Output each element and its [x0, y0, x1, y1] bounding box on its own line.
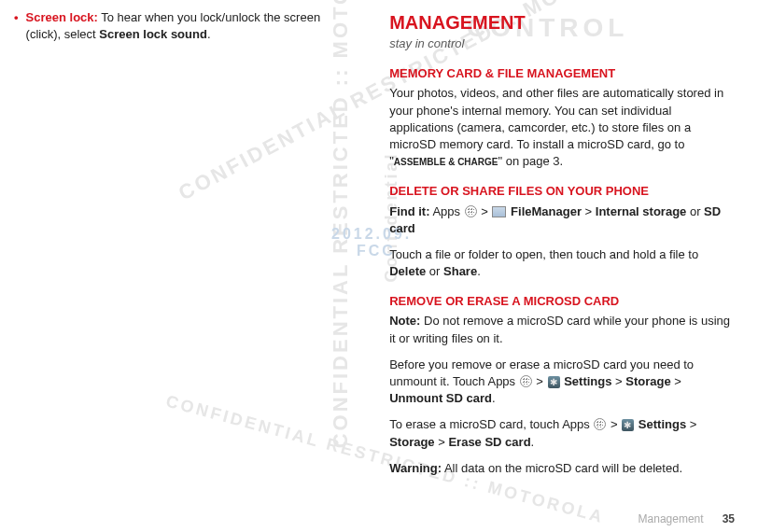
delete-label: Delete	[389, 264, 426, 278]
bullet: •	[14, 9, 19, 26]
left-column: • Screen lock: To hear when you lock/unl…	[14, 9, 352, 486]
settings-label: Settings	[561, 374, 612, 388]
management-heading: Management	[389, 9, 735, 35]
file-manager-icon	[492, 206, 506, 217]
settings-label: Settings	[635, 417, 686, 431]
touch-para: Touch a file or folder to open, then tou…	[389, 246, 735, 280]
memory-card-para: Your photos, videos, and other files are…	[389, 85, 735, 170]
note-label: Note:	[389, 314, 420, 328]
assemble-ref: Assemble & charge	[394, 157, 498, 167]
settings-icon	[622, 419, 634, 431]
footer-section: Management	[639, 512, 704, 525]
settings-icon	[548, 376, 560, 388]
find-it-label: Find it:	[389, 204, 429, 218]
apps-icon	[594, 418, 606, 430]
storage-label: Storage	[389, 435, 434, 449]
screen-lock-label: Screen lock:	[26, 10, 98, 24]
page-number: 35	[723, 512, 735, 525]
note-para: Note: Do not remove a microSD card while…	[389, 313, 735, 346]
unmount-label: Unmount SD card	[389, 391, 492, 405]
erase-para: To erase a microSD card, touch Apps > Se…	[389, 416, 735, 450]
delete-share-heading: Delete or share files on your phone	[389, 183, 735, 200]
storage-label: Storage	[625, 374, 670, 388]
tagline: stay in control	[389, 35, 735, 52]
screen-lock-dot: .	[207, 27, 211, 41]
unmount-para: Before you remove or erase a microSD car…	[389, 357, 735, 408]
remove-erase-heading: Remove or erase a microSD card	[389, 293, 735, 310]
warning-label: Warning:	[389, 461, 442, 475]
memory-card-heading: Memory card & file management	[389, 65, 735, 82]
erase-sd-label: Erase SD card	[448, 435, 530, 449]
internal-storage-label: Internal storage	[596, 204, 687, 218]
find-it-line: Find it: Apps > FileManager > Internal s…	[389, 203, 735, 237]
file-manager-label: FileManager	[507, 204, 581, 218]
apps-icon	[465, 205, 477, 217]
screen-lock-sound: Screen lock sound	[99, 27, 207, 41]
right-column: Management stay in control Memory card &…	[389, 9, 735, 486]
warning-para: Warning: All data on the microSD card wi…	[389, 460, 735, 477]
share-label: Share	[443, 264, 477, 278]
footer: Management 35	[639, 511, 735, 527]
apps-icon	[520, 375, 532, 387]
